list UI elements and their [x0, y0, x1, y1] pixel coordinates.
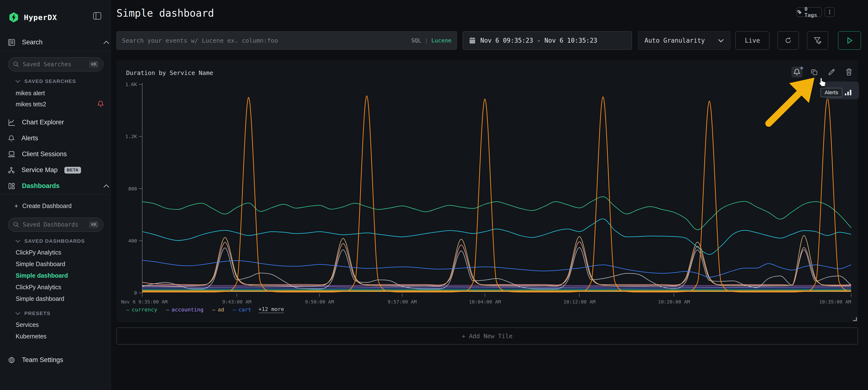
duplicate-tile-button[interactable]: [809, 67, 820, 77]
sidebar-item-team-settings[interactable]: Team Settings: [8, 356, 63, 364]
hyperdx-logo-icon: [8, 11, 20, 23]
tags-button[interactable]: 0 Tags: [797, 7, 822, 17]
saved-searches-search[interactable]: ⌘K: [8, 57, 103, 71]
tile-resize-handle[interactable]: [853, 317, 857, 321]
sidebar-item-chart-explorer[interactable]: Chart Explorer: [8, 119, 64, 126]
filter-edit-icon: [814, 37, 822, 44]
chevron-down-icon: [718, 39, 724, 42]
page-title: Simple dashboard: [117, 7, 214, 19]
main-content: Simple dashboard 0 Tags SQL | Lucene Nov…: [111, 0, 868, 390]
create-dashboard-button[interactable]: + Create Dashboard: [14, 202, 72, 209]
saved-dashboards-search[interactable]: ⌘K: [8, 218, 103, 232]
live-button[interactable]: Live: [735, 31, 769, 50]
svg-text:1.2K: 1.2K: [125, 133, 137, 139]
series-cart: [142, 260, 851, 277]
search-icon: [13, 61, 19, 67]
sidebar-divider: [0, 51, 111, 51]
chevron-down-icon: [15, 79, 21, 83]
duration-chart[interactable]: 04008001.2K1.6KNov 6 9:35:00 AM9:43:00 A…: [117, 60, 858, 322]
series-shipping: [142, 288, 851, 289]
search-icon: [13, 222, 19, 228]
sidebar-item-alerts[interactable]: Alerts: [8, 134, 38, 142]
legend-item-cart[interactable]: —cart: [233, 306, 251, 313]
chart-line-icon: [8, 119, 15, 126]
sidebar-divider: [0, 194, 111, 195]
lucene-toggle[interactable]: Lucene: [431, 37, 452, 44]
edit-tile-button[interactable]: [826, 67, 837, 77]
series-product: [142, 289, 851, 290]
series-frauddetection: [142, 96, 851, 292]
saved-search-item[interactable]: mikes alert: [16, 90, 45, 97]
saved-dashboards-input[interactable]: [23, 221, 86, 228]
shortcut-badge: ⌘K: [89, 61, 99, 68]
brand-name: HyperDX: [24, 13, 57, 22]
preset-item[interactable]: Kubernetes: [16, 333, 46, 340]
svg-text:10:20:00 AM: 10:20:00 AM: [658, 299, 690, 305]
saved-dashboard-item[interactable]: ClickPy Analytics: [16, 249, 61, 256]
add-new-tile-button[interactable]: + Add New Tile: [117, 328, 858, 345]
saved-searches-input[interactable]: [23, 61, 86, 68]
sidebar-item-client-sessions[interactable]: Client Sessions: [8, 151, 67, 158]
event-search-input[interactable]: [122, 37, 411, 44]
date-range-picker[interactable]: Nov 6 09:35:23 - Nov 6 10:35:23: [463, 31, 632, 50]
saved-dashboard-item[interactable]: Simple Dashboard: [16, 261, 65, 267]
search-section-icon: [8, 39, 15, 46]
sql-toggle[interactable]: SQL: [411, 37, 422, 44]
laptop-icon: [8, 151, 15, 158]
svg-text:1.6K: 1.6K: [125, 82, 137, 87]
saved-dashboards-header[interactable]: SAVED DASHBOARDS: [15, 238, 85, 244]
saved-dashboard-item[interactable]: ClickPy Analytics: [16, 284, 61, 291]
create-alert-button[interactable]: +: [791, 67, 802, 77]
sidebar-item-dashboards[interactable]: Dashboards: [8, 182, 60, 190]
svg-text:0: 0: [134, 290, 137, 296]
svg-text:9:50:00 AM: 9:50:00 AM: [305, 299, 334, 305]
saved-search-item[interactable]: mikes tets2: [16, 101, 46, 108]
filter-button[interactable]: [807, 31, 828, 50]
kebab-icon: [829, 9, 830, 15]
sidebar-collapse-button[interactable]: [93, 12, 101, 20]
series-checkout: [142, 219, 851, 255]
plus-icon: +: [14, 202, 18, 209]
chevron-down-icon: [15, 239, 21, 243]
saved-dashboard-item-active[interactable]: Simple dashboard: [16, 272, 68, 279]
date-range-value: Nov 6 09:35:23 - Nov 6 10:35:23: [480, 37, 597, 44]
presets-header[interactable]: PRESETS: [15, 311, 51, 316]
svg-text:9:43:00 AM: 9:43:00 AM: [222, 299, 251, 305]
alerts-tooltip: Alerts: [820, 88, 842, 97]
svg-text:9:57:00 AM: 9:57:00 AM: [388, 299, 416, 305]
dashboard-tile: Duration by Service Name 04008001.2K1.6K…: [117, 60, 858, 322]
legend-item-currency[interactable]: —currency: [126, 306, 157, 313]
alert-bell-red-icon[interactable]: [97, 100, 104, 107]
svg-text:Nov 6 9:35:00 AM: Nov 6 9:35:00 AM: [121, 299, 167, 305]
chevron-up-icon[interactable]: [103, 40, 110, 44]
event-search-bar: SQL | Lucene: [117, 31, 457, 50]
chart-bars-icon[interactable]: [844, 88, 852, 97]
tile-action-icons: +: [791, 67, 855, 77]
play-icon: [846, 37, 853, 44]
saved-searches-header[interactable]: SAVED SEARCHES: [15, 78, 76, 84]
copy-icon: [811, 68, 818, 76]
series-load-generator: [142, 291, 851, 291]
dashboard-menu-button[interactable]: [825, 7, 835, 17]
delete-tile-button[interactable]: [843, 67, 855, 77]
legend-more[interactable]: +12 more: [258, 306, 284, 313]
chevron-down-icon: [15, 312, 21, 315]
series-quote: [142, 290, 851, 291]
sidebar: HyperDX Search ⌘K SAVED SEARCHES mikes a…: [0, 0, 111, 390]
plus-icon: +: [800, 64, 803, 72]
run-query-button[interactable]: [838, 31, 861, 50]
legend-item-accounting[interactable]: —accounting: [166, 306, 204, 313]
saved-dashboard-item[interactable]: Simple dashboard: [16, 295, 64, 302]
svg-text:10:35:00 AM: 10:35:00 AM: [819, 299, 851, 305]
series-currency: [142, 197, 851, 230]
sidebar-item-search[interactable]: Search: [8, 39, 43, 46]
preset-item[interactable]: Services: [16, 321, 39, 328]
chevron-up-icon[interactable]: [103, 184, 110, 188]
beta-badge: BETA: [64, 167, 81, 173]
sidebar-item-service-map[interactable]: Service Map BETA: [8, 166, 81, 174]
series-accounting: [142, 287, 851, 287]
pencil-icon: [828, 68, 835, 76]
refresh-button[interactable]: [778, 31, 799, 50]
granularity-select[interactable]: Auto Granularity: [638, 31, 730, 50]
legend-item-ad[interactable]: —ad: [212, 306, 224, 313]
